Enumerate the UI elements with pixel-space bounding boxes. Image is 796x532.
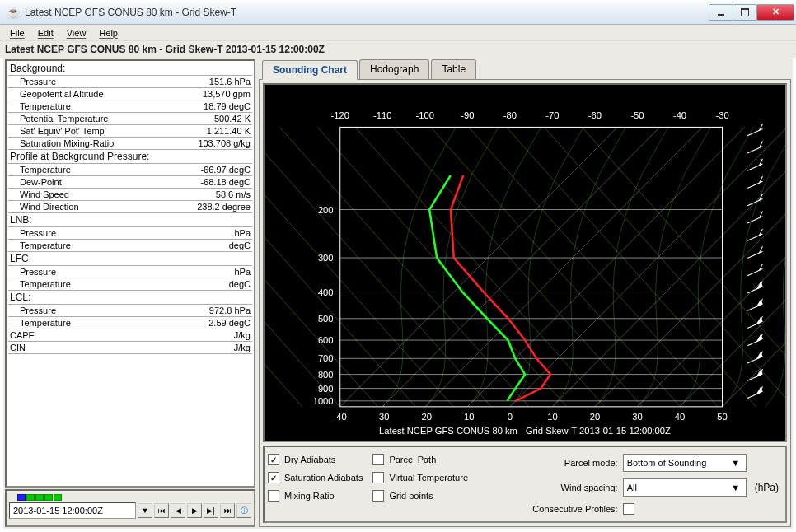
option-parcel-path[interactable]: Parcel Path bbox=[372, 454, 468, 465]
svg-text:400: 400 bbox=[318, 287, 334, 297]
svg-text:-20: -20 bbox=[419, 412, 432, 422]
svg-text:-100: -100 bbox=[416, 110, 434, 120]
checkbox-icon[interactable] bbox=[268, 490, 279, 502]
menu-file[interactable]: File bbox=[3, 26, 31, 40]
svg-text:600: 600 bbox=[318, 335, 334, 345]
svg-text:30: 30 bbox=[632, 412, 642, 422]
svg-text:-30: -30 bbox=[715, 110, 728, 120]
prop-row: PressurehPa bbox=[8, 227, 252, 240]
time-input[interactable] bbox=[9, 502, 136, 519]
time-block bbox=[54, 494, 62, 501]
svg-text:0: 0 bbox=[508, 412, 513, 422]
option-virtual-temperature[interactable]: Virtual Temperature bbox=[372, 472, 468, 483]
svg-text:300: 300 bbox=[318, 253, 334, 263]
parcel-mode-label: Parcel mode: bbox=[527, 458, 618, 468]
menu-help[interactable]: Help bbox=[92, 26, 124, 40]
minimize-button[interactable] bbox=[709, 4, 733, 21]
time-block bbox=[17, 494, 26, 501]
svg-text:500: 500 bbox=[318, 314, 334, 324]
svg-text:-40: -40 bbox=[334, 412, 347, 422]
section-lcl: LCL: bbox=[8, 291, 252, 305]
time-block bbox=[35, 494, 44, 501]
prop-row-cin: CINJ/kg bbox=[8, 342, 252, 354]
wind-spacing-select[interactable]: All▼ bbox=[623, 478, 747, 497]
prop-row: Geopotential Altitude13,570 gpm bbox=[8, 88, 252, 100]
svg-text:700: 700 bbox=[318, 353, 334, 363]
prop-row: TemperaturedegC bbox=[8, 240, 252, 252]
option-saturation-adiabats[interactable]: Saturation Adiabats bbox=[268, 472, 363, 483]
svg-text:Latest NCEP GFS CONUS 80 km - : Latest NCEP GFS CONUS 80 km - Grid Skew-… bbox=[379, 426, 671, 436]
svg-text:50: 50 bbox=[717, 412, 727, 422]
page-title: Latest NCEP GFS CONUS 80 km - Grid Skew-… bbox=[0, 41, 796, 58]
prop-row: Temperature18.79 degC bbox=[8, 100, 252, 113]
tab-body: 2003004005006007008009001000-40-30-20-10… bbox=[259, 79, 791, 527]
svg-text:-120: -120 bbox=[331, 110, 349, 120]
window-titlebar: ☕ Latest NCEP GFS CONUS 80 km - Grid Ske… bbox=[0, 0, 796, 25]
svg-text:-110: -110 bbox=[373, 110, 391, 120]
left-panel: Background: Pressure151.6 hPa Geopotenti… bbox=[5, 59, 255, 527]
chart-options-panel: Dry Adiabats Saturation Adiabats Mixing … bbox=[263, 446, 787, 523]
wind-spacing-unit: (hPa) bbox=[755, 482, 779, 493]
consecutive-profiles-label: Consecutive Profiles: bbox=[527, 504, 618, 514]
prop-row: Saturation Mixing-Ratio103.708 g/kg bbox=[8, 138, 252, 150]
option-grid-points[interactable]: Grid points bbox=[372, 490, 468, 502]
svg-text:20: 20 bbox=[590, 412, 600, 422]
checkbox-consecutive-profiles[interactable] bbox=[623, 503, 634, 515]
checkbox-icon[interactable] bbox=[372, 454, 384, 465]
svg-text:900: 900 bbox=[318, 384, 334, 394]
prop-row: Dew-Point-68.18 degC bbox=[8, 176, 252, 189]
svg-text:1000: 1000 bbox=[313, 396, 334, 406]
parcel-mode-select[interactable]: Bottom of Sounding▼ bbox=[623, 454, 747, 472]
time-row: ▼ ⏮ ◀ ▶ ▶| ⏭ ⓘ bbox=[9, 502, 251, 519]
checkbox-icon[interactable] bbox=[372, 472, 384, 483]
prop-row: Pressure151.6 hPa bbox=[8, 76, 252, 88]
time-next-button[interactable]: ▶| bbox=[204, 503, 218, 518]
time-info-button[interactable]: ⓘ bbox=[236, 503, 251, 518]
time-dropdown-button[interactable]: ▼ bbox=[138, 503, 152, 518]
window-controls bbox=[709, 4, 794, 21]
section-background: Background: bbox=[8, 62, 252, 76]
time-controls: ▼ ⏮ ◀ ▶ ▶| ⏭ ⓘ bbox=[5, 489, 255, 527]
menu-view[interactable]: View bbox=[60, 26, 93, 40]
prop-row: Temperature-66.97 degC bbox=[8, 164, 252, 176]
svg-text:-60: -60 bbox=[588, 110, 602, 120]
properties-panel: Background: Pressure151.6 hPa Geopotenti… bbox=[5, 59, 255, 488]
prop-row: PressurehPa bbox=[8, 266, 252, 278]
svg-text:-40: -40 bbox=[673, 110, 686, 120]
chevron-down-icon: ▼ bbox=[729, 483, 742, 492]
option-mixing-ratio[interactable]: Mixing Ratio bbox=[268, 490, 363, 502]
content: Background: Pressure151.6 hPa Geopotenti… bbox=[3, 58, 793, 529]
tab-sounding-chart[interactable]: Sounding Chart bbox=[262, 60, 358, 80]
menu-edit[interactable]: Edit bbox=[31, 26, 60, 40]
time-block bbox=[26, 494, 35, 501]
option-dry-adiabats[interactable]: Dry Adiabats bbox=[268, 454, 363, 465]
time-last-button[interactable]: ⏭ bbox=[220, 503, 235, 518]
checkbox-icon[interactable] bbox=[268, 472, 279, 483]
time-prev-button[interactable]: ◀ bbox=[171, 503, 185, 518]
prop-row: Sat' Equiv' Pot' Temp'1,211.40 K bbox=[8, 125, 252, 138]
svg-text:-50: -50 bbox=[630, 110, 644, 120]
checkbox-icon[interactable] bbox=[268, 454, 279, 465]
java-icon: ☕ bbox=[7, 6, 20, 19]
svg-text:200: 200 bbox=[318, 205, 334, 215]
time-first-button[interactable]: ⏮ bbox=[154, 503, 169, 518]
wind-spacing-label: Wind spacing: bbox=[527, 483, 618, 492]
close-button[interactable] bbox=[756, 4, 794, 21]
svg-text:-90: -90 bbox=[461, 110, 474, 120]
prop-row: Potential Temperature500.42 K bbox=[8, 113, 252, 125]
section-profile: Profile at Background Pressure: bbox=[8, 150, 252, 164]
skewt-chart[interactable]: 2003004005006007008009001000-40-30-20-10… bbox=[263, 83, 787, 442]
tab-table[interactable]: Table bbox=[431, 59, 476, 79]
right-panel: Sounding Chart Hodograph Table 200300400… bbox=[259, 59, 791, 527]
time-play-button[interactable]: ▶ bbox=[187, 503, 202, 518]
svg-text:800: 800 bbox=[318, 370, 334, 380]
tab-hodograph[interactable]: Hodograph bbox=[359, 59, 429, 79]
section-lfc: LFC: bbox=[8, 252, 252, 266]
menubar: File Edit View Help bbox=[0, 25, 796, 41]
checkbox-icon[interactable] bbox=[372, 490, 384, 502]
time-block bbox=[44, 494, 53, 501]
svg-text:-70: -70 bbox=[545, 110, 559, 120]
maximize-button[interactable] bbox=[733, 4, 757, 21]
chevron-down-icon: ▼ bbox=[729, 458, 742, 468]
svg-text:-30: -30 bbox=[376, 412, 389, 422]
